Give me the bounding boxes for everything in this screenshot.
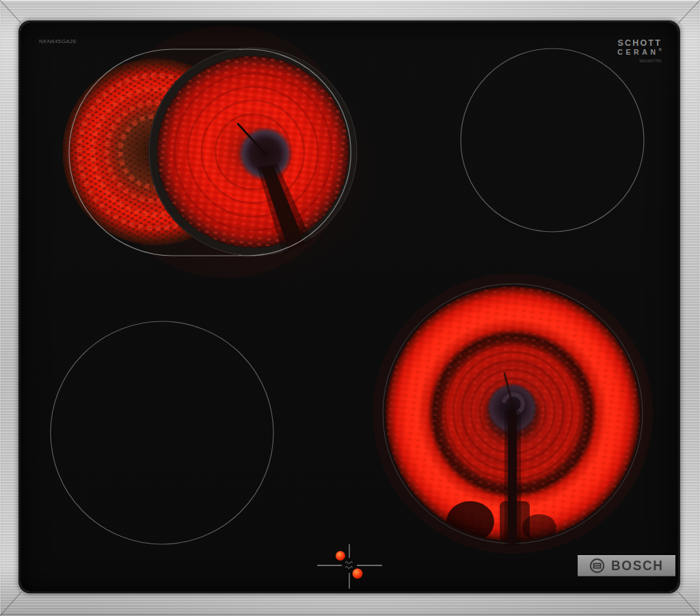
schott-ceran-logo: SCHOTT CERAN® 9001807791 <box>617 39 662 63</box>
schott-line: SCHOTT <box>617 39 662 48</box>
glass-part-code: 9001807791 <box>617 59 662 63</box>
ceran-line: CERAN® <box>617 48 662 56</box>
ceramic-glass-surface <box>21 23 678 591</box>
bosch-anchor-icon <box>589 558 605 574</box>
bosch-wordmark: BOSCH <box>611 558 664 573</box>
model-code-label: NKN645GA2E <box>39 38 77 44</box>
registered-mark: ® <box>659 48 662 52</box>
cooktop-product-image: NKN645GA2E SCHOTT CERAN® 9001807791 BOSC… <box>0 0 700 616</box>
bosch-brand-badge: BOSCH <box>578 555 675 576</box>
